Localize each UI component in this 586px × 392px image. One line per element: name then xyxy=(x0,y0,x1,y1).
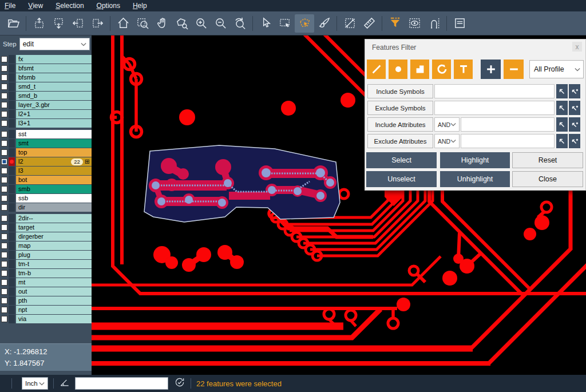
layer-row[interactable]: fx xyxy=(0,55,92,64)
layer-label[interactable]: tm-b xyxy=(18,269,92,278)
zoom-object-button[interactable] xyxy=(172,14,191,33)
highlight-brush-button[interactable] xyxy=(314,14,334,33)
layer-row[interactable]: pth xyxy=(0,296,92,305)
layer-checkbox[interactable] xyxy=(1,215,7,221)
include-attributes-input[interactable] xyxy=(461,117,555,132)
layer-indicator[interactable] xyxy=(9,251,15,259)
layer-checkbox[interactable] xyxy=(1,65,7,72)
layer-checkbox[interactable] xyxy=(1,111,7,117)
layer-label[interactable]: map xyxy=(18,241,92,250)
menu-options[interactable]: Options xyxy=(97,2,120,10)
layer-label[interactable]: smd_b xyxy=(18,92,92,100)
layer-row[interactable]: smd_t xyxy=(0,82,92,91)
menu-view[interactable]: View xyxy=(28,2,43,10)
layer-checkbox[interactable] xyxy=(1,159,7,165)
table-grid-icon[interactable]: ⊞ xyxy=(85,159,90,165)
layer-label[interactable]: via xyxy=(18,315,92,323)
filter-arc-button[interactable] xyxy=(432,60,451,79)
include-symbols-input[interactable] xyxy=(434,84,555,98)
layer-row[interactable]: bfsmb xyxy=(0,73,92,82)
shift-view-up-button[interactable] xyxy=(29,14,49,33)
layer-indicator[interactable] xyxy=(9,287,15,296)
layer-checkbox[interactable] xyxy=(1,131,7,137)
layer-row[interactable]: bot xyxy=(0,176,92,184)
include-attributes-operator[interactable]: AND xyxy=(434,117,460,132)
layer-checkbox[interactable] xyxy=(1,168,7,174)
shift-view-right-button[interactable] xyxy=(88,14,107,33)
layer-indicator[interactable] xyxy=(9,110,15,118)
layer-checkbox[interactable] xyxy=(1,204,7,211)
measure-distance-button[interactable] xyxy=(340,14,359,33)
layer-indicator[interactable] xyxy=(9,269,15,278)
layer-indicator[interactable] xyxy=(9,185,15,193)
layer-label[interactable]: smb xyxy=(18,185,92,193)
pick-attribute-button[interactable] xyxy=(556,134,568,148)
layer-checkbox[interactable] xyxy=(1,279,7,286)
layer-row[interactable]: 2dir-- xyxy=(0,214,92,223)
layer-checkbox[interactable] xyxy=(1,195,7,201)
filter-minus-button[interactable] xyxy=(504,60,524,79)
pick-attribute-button[interactable] xyxy=(556,117,568,132)
layer-label[interactable]: l2+1 xyxy=(18,110,92,118)
layer-row[interactable]: tm-t xyxy=(0,260,92,268)
layer-row[interactable]: plug xyxy=(0,251,92,259)
exclude-symbols-button[interactable]: Exclude Symbols xyxy=(367,101,433,115)
layers-form-button[interactable] xyxy=(450,14,469,33)
layer-checkbox[interactable] xyxy=(1,84,7,90)
menu-selection[interactable]: Selection xyxy=(56,2,84,10)
filter-plus-button[interactable] xyxy=(481,60,501,79)
layer-row[interactable]: smt xyxy=(0,139,92,148)
unselect-button[interactable]: Unselect xyxy=(366,171,437,187)
layer-indicator[interactable] xyxy=(9,130,15,138)
layer-checkbox[interactable] xyxy=(1,186,7,192)
unhighlight-button[interactable]: Unhighlight xyxy=(440,171,510,187)
layer-row[interactable]: dirgerber xyxy=(0,232,92,241)
pick-add-symbol-button[interactable] xyxy=(569,84,580,98)
layer-row[interactable]: sst xyxy=(0,130,92,138)
work-layer-indicator[interactable] xyxy=(9,157,15,166)
layer-row[interactable]: mt xyxy=(0,278,92,287)
view-options-button[interactable] xyxy=(405,14,424,33)
rectangle-select-button[interactable] xyxy=(275,14,295,33)
layer-label[interactable]: mt xyxy=(18,278,92,287)
layer-label[interactable]: l3 xyxy=(18,167,92,175)
zoom-previous-button[interactable] xyxy=(230,14,250,33)
layer-label[interactable]: bot xyxy=(18,176,92,184)
exclude-attributes-button[interactable]: Exclude Attributes xyxy=(367,134,433,148)
zoom-out-button[interactable] xyxy=(211,14,230,33)
layer-label[interactable]: l2 xyxy=(18,157,71,166)
pick-symbol-button[interactable] xyxy=(556,84,568,98)
profile-select[interactable]: All Profile xyxy=(529,60,584,78)
layer-row[interactable]: out xyxy=(0,287,92,296)
layer-checkbox[interactable] xyxy=(1,93,7,99)
filter-line-button[interactable] xyxy=(367,60,386,79)
highlight-button[interactable]: Highlight xyxy=(440,152,510,168)
layer-checkbox[interactable] xyxy=(1,261,7,267)
layer-indicator[interactable] xyxy=(9,260,15,268)
layer-indicator[interactable] xyxy=(9,214,15,223)
layer-checkbox[interactable] xyxy=(1,140,7,146)
polygon-select-button[interactable] xyxy=(295,14,314,33)
layer-label[interactable]: target xyxy=(18,223,92,232)
layer-indicator[interactable] xyxy=(9,101,15,109)
layer-checkbox[interactable] xyxy=(1,316,7,322)
pan-hand-button[interactable] xyxy=(152,14,172,33)
layer-indicator[interactable] xyxy=(9,194,15,203)
apply-button[interactable] xyxy=(174,377,185,390)
layer-indicator[interactable] xyxy=(9,306,15,314)
exclude-symbols-input[interactable] xyxy=(434,101,555,115)
close-icon[interactable]: x xyxy=(572,42,582,52)
include-symbols-button[interactable]: Include Symbols xyxy=(367,84,433,98)
layer-label[interactable]: 2dir-- xyxy=(18,214,92,223)
layer-indicator[interactable] xyxy=(9,241,15,250)
layer-label[interactable]: pth xyxy=(18,296,92,305)
home-view-button[interactable] xyxy=(113,14,133,33)
layer-label[interactable]: smt xyxy=(18,139,92,148)
layer-indicator[interactable] xyxy=(9,148,15,157)
unit-select[interactable]: Inch xyxy=(22,377,48,390)
layer-checkbox[interactable] xyxy=(1,307,7,313)
features-filter-button[interactable] xyxy=(385,14,405,33)
layer-row[interactable]: bfsmt xyxy=(0,64,92,73)
layer-indicator[interactable] xyxy=(9,64,15,73)
open-folder-button[interactable] xyxy=(3,14,23,33)
